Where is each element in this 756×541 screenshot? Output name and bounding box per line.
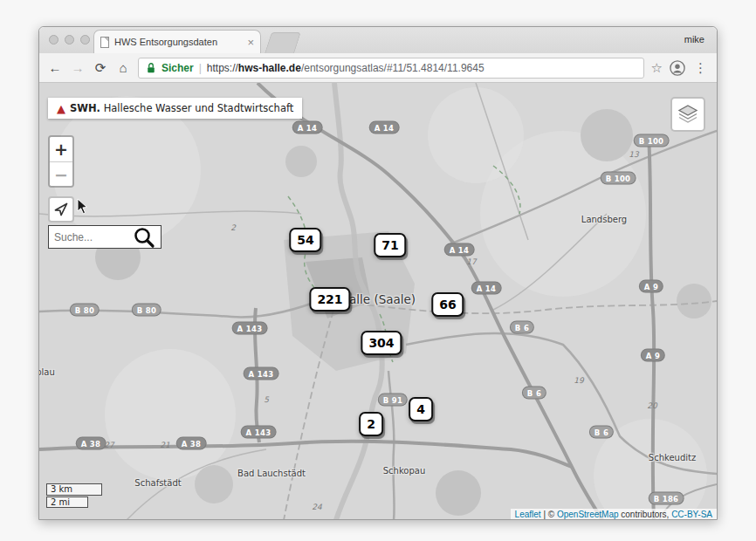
tab-strip: HWS Entsorgungsdaten × mike (39, 27, 717, 53)
zoom-control: + − (48, 135, 74, 188)
padlock-icon (146, 62, 156, 74)
road-badge: A 38 (77, 438, 106, 449)
browser-menu-icon[interactable]: ⋮ (692, 60, 709, 76)
swh-logo-icon: ▲ (57, 103, 65, 114)
home-button[interactable]: ⌂ (115, 61, 131, 74)
road-badge: A 14 (472, 283, 501, 294)
road-badge: B 80 (133, 305, 161, 316)
new-tab-button[interactable] (265, 32, 301, 53)
scale-bar: 3 km 2 mi (46, 483, 102, 508)
swh-abbr: SWH. (70, 102, 100, 114)
exit-number: 20 (647, 401, 656, 410)
road-badge: A 38 (177, 438, 206, 449)
security-label: Sicher (162, 62, 194, 74)
mouse-cursor (77, 198, 88, 218)
road-badge: B 6 (511, 322, 533, 333)
exit-number: 27 (104, 441, 113, 449)
road-badge: A 14 (293, 122, 322, 134)
url-text: https://hws-halle.de/entsorgungsatlas/#1… (207, 62, 485, 74)
road-badge: A 9 (642, 350, 664, 361)
swh-title: Hallesche Wasser und Stadtwirtschaft (104, 102, 294, 114)
browser-tab[interactable]: HWS Entsorgungsdaten × (93, 30, 261, 53)
road-badge: B 91 (379, 394, 407, 406)
map-attribution: Leaflet | © OpenStreetMap contributors, … (511, 509, 717, 520)
cluster-marker[interactable]: 304 (361, 331, 402, 355)
locate-arrow-icon (53, 202, 69, 217)
exit-number: 17 (466, 257, 476, 266)
bookmark-star-icon[interactable]: ☆ (651, 60, 663, 76)
window-zoom-button[interactable] (80, 35, 90, 45)
window-controls (49, 35, 90, 45)
osm-link[interactable]: OpenStreetMap (557, 510, 619, 519)
zoom-out-button[interactable]: − (50, 161, 72, 186)
browser-window: HWS Entsorgungsdaten × mike ← → ⟳ ⌂ Sich… (38, 26, 718, 520)
window-close-button[interactable] (49, 35, 58, 45)
url-scheme: https:// (207, 62, 238, 74)
cluster-marker[interactable]: 54 (289, 228, 321, 252)
road-badge: B 80 (71, 305, 99, 316)
road-badge: A 14 (370, 122, 399, 134)
place-label: Halle (Saale) (340, 292, 416, 306)
profile-avatar-icon[interactable] (670, 60, 685, 76)
place-label: Landsberg (581, 215, 627, 224)
swh-logo: ▲ SWH. Hallesche Wasser und Stadtwirtsch… (48, 98, 302, 119)
search-icon[interactable] (133, 226, 155, 249)
url-path: /entsorgungsatlas/#11/51.4814/11.9645 (301, 62, 485, 74)
cluster-marker[interactable]: 4 (409, 397, 433, 421)
place-label: Bad Lauchstädt (237, 469, 306, 478)
place-label: Schkopau (383, 466, 426, 476)
browser-toolbar: ← → ⟳ ⌂ Sicher | https://hws-halle.de/en… (39, 53, 717, 83)
desktop-background: HWS Entsorgungsdaten × mike ← → ⟳ ⌂ Sich… (0, 0, 756, 541)
zoom-in-button[interactable]: + (50, 137, 72, 161)
place-label: Schkeuditz (649, 453, 696, 462)
attribution-sep2: contributors, (619, 510, 672, 519)
road-badge: B 6 (590, 427, 613, 438)
road-badge: B 6 (523, 387, 546, 399)
cluster-marker[interactable]: 2 (359, 412, 383, 436)
exit-number: 21 (160, 441, 169, 449)
url-host: hws-halle.de (238, 62, 301, 74)
reload-button[interactable]: ⟳ (93, 61, 108, 74)
scale-km: 3 km (46, 483, 102, 496)
license-link[interactable]: CC-BY-SA (671, 510, 712, 519)
window-minimize-button[interactable] (65, 35, 74, 45)
page-favicon-icon (100, 37, 109, 48)
road-badge: A 14 (445, 244, 474, 256)
road-badge: B 186 (649, 493, 684, 504)
place-label: Schafstädt (134, 478, 181, 488)
map-canvas[interactable]: A 14A 14B 100B 100A 14A 14A 9B 80B 80A 1… (39, 83, 717, 520)
attribution-sep1: | © (541, 510, 557, 519)
leaflet-link[interactable]: Leaflet (515, 510, 541, 519)
road-badge: A 9 (640, 281, 663, 292)
road-badge: B 100 (635, 135, 669, 147)
map-overlay-layer: A 14A 14B 100B 100A 14A 14A 9B 80B 80A 1… (39, 83, 717, 520)
search-input[interactable] (54, 231, 131, 243)
tab-close-icon[interactable]: × (247, 36, 254, 49)
search-control (48, 225, 162, 249)
address-bar[interactable]: Sicher | https://hws-halle.de/entsorgung… (138, 58, 644, 79)
exit-number: 5 (264, 395, 269, 404)
road-badge: A 143 (244, 368, 278, 380)
road-badge: A 143 (242, 427, 276, 438)
back-button[interactable]: ← (47, 61, 63, 74)
url-divider: | (199, 62, 202, 74)
scale-mi: 2 mi (46, 496, 88, 509)
exit-number: 13 (629, 150, 638, 159)
exit-number: 19 (574, 376, 583, 385)
forward-button[interactable]: → (70, 61, 86, 74)
road-badge: B 100 (601, 173, 636, 184)
cluster-marker[interactable]: 66 (431, 292, 464, 317)
exit-number: 2 (230, 223, 236, 232)
place-label: plau (39, 367, 55, 377)
cluster-marker[interactable]: 221 (309, 287, 350, 312)
layers-icon (677, 103, 699, 126)
exit-number: 24 (312, 503, 321, 511)
cluster-marker[interactable]: 71 (374, 233, 406, 257)
layers-control[interactable] (670, 97, 705, 132)
profile-name[interactable]: mike (684, 34, 704, 45)
road-badge: A 143 (233, 323, 267, 334)
locate-control[interactable] (48, 196, 74, 223)
tab-title: HWS Entsorgungsdaten (114, 37, 242, 47)
